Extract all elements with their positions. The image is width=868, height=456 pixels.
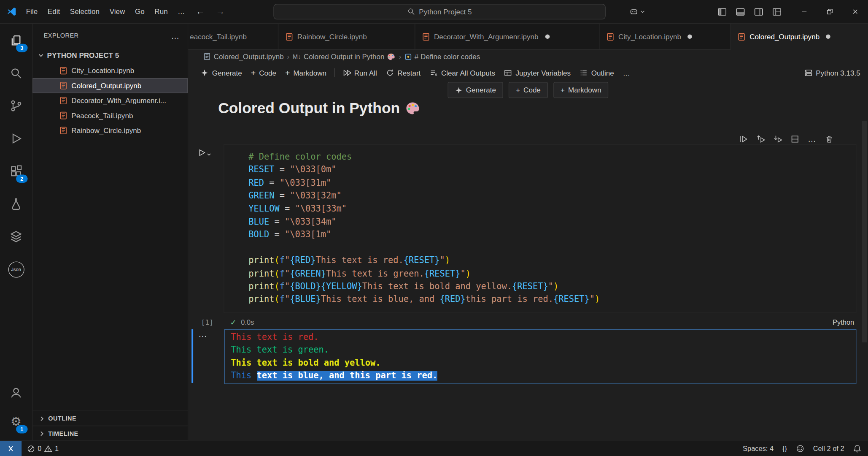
timeline-section[interactable]: TIMELINE	[32, 426, 188, 440]
code-editor[interactable]: # Define color codesRESET = "\033[0m"RED…	[224, 144, 856, 313]
jupyter-variables-button[interactable]: Jupyter Variables	[499, 65, 575, 80]
scrollbar-thumb[interactable]	[862, 121, 867, 342]
menu-file[interactable]: File	[21, 0, 43, 23]
token: print	[248, 269, 274, 279]
menu-edit[interactable]: Edit	[43, 0, 65, 23]
sidebar-item-city-location[interactable]: City_Location.ipynb	[32, 63, 188, 78]
search-activity-icon[interactable]	[3, 60, 30, 87]
layers-icon[interactable]	[3, 223, 30, 250]
outline-button[interactable]: Outline	[575, 65, 619, 80]
run-debug-icon[interactable]	[3, 125, 30, 152]
generate-button[interactable]: Generate	[196, 65, 247, 80]
insert-code-label: Code	[523, 86, 541, 94]
delete-cell-icon[interactable]	[825, 134, 834, 143]
restart-button[interactable]: Restart	[381, 65, 425, 80]
run-below-icon[interactable]	[774, 134, 782, 143]
extensions-badge: 2	[16, 174, 28, 183]
generate-button-hover[interactable]: Generate	[448, 82, 504, 98]
clear-all-outputs-button[interactable]: Clear All Outputs	[425, 65, 500, 80]
problems-indicator[interactable]: 0 1	[22, 445, 64, 452]
smiley-icon	[796, 445, 804, 453]
braces-indicator[interactable]: {}	[778, 445, 792, 452]
insert-code-cell-button[interactable]: + Code	[509, 82, 548, 98]
sidebar-item-decorator[interactable]: Decorator_With_Argumenr.i...	[32, 93, 188, 108]
sidebar-item-peacock-tail[interactable]: Peacock_Tail.ipynb	[32, 108, 188, 123]
account-icon[interactable]	[3, 379, 30, 406]
cell-status-row: [1] ✓ 0.0s Python	[191, 315, 856, 329]
output-more-icon[interactable]: …	[198, 329, 208, 339]
toggle-sidebar-left-icon[interactable]	[717, 7, 727, 16]
chevron-right-icon	[38, 415, 46, 422]
feedback-smiley-icon[interactable]	[792, 445, 809, 453]
text-line: This text is green.	[231, 344, 856, 357]
minimize-button[interactable]	[792, 0, 817, 23]
run-by-line-icon[interactable]	[739, 134, 748, 143]
search-box[interactable]: Python Project 5	[273, 4, 606, 19]
settings-gear-icon[interactable]: ⚙ 1	[3, 408, 30, 435]
json-extension-icon[interactable]: Json	[3, 256, 30, 282]
sidebar-item-colored-output[interactable]: Colored_Output.ipynb	[32, 78, 188, 93]
toggle-panel-icon[interactable]	[736, 7, 745, 16]
split-cell-icon[interactable]	[790, 134, 799, 143]
menu-selection[interactable]: Selection	[65, 0, 105, 23]
cell-language-picker[interactable]: Python	[833, 318, 856, 326]
insert-markdown-cell-button[interactable]: + Markdown	[553, 82, 609, 98]
token: "	[285, 269, 290, 279]
output-area[interactable]: This text is red.This text is green.This…	[224, 329, 857, 384]
sidebar-bottom-sections: OUTLINE TIMELINE	[32, 411, 188, 441]
add-markdown-cell-button[interactable]: + Markdown	[280, 65, 331, 80]
run-all-button[interactable]: Run All	[338, 65, 382, 80]
menu-go[interactable]: Go	[130, 0, 149, 23]
notebook-toolbar: Generate + Code + Markdown Run All Re	[188, 63, 868, 82]
toolbar-more-icon[interactable]: …	[618, 65, 634, 80]
restore-button[interactable]	[817, 0, 842, 23]
menu-overflow-icon[interactable]: …	[173, 0, 191, 23]
outline-section[interactable]: OUTLINE	[32, 411, 188, 426]
back-icon[interactable]: ←	[191, 7, 210, 17]
explorer-more-icon[interactable]: …	[171, 31, 180, 40]
token: (	[275, 255, 280, 266]
tab-rainbow-circle[interactable]: Rainbow_Circle.ipynb	[278, 24, 415, 49]
menu-view[interactable]: View	[105, 0, 130, 23]
tab-colored-output[interactable]: Colored_Output.ipynb	[731, 24, 868, 49]
add-code-cell-button[interactable]: + Code	[246, 65, 280, 80]
breadcrumb-file[interactable]: Colored_Output.ipynb	[203, 52, 284, 61]
toggle-sidebar-right-icon[interactable]	[754, 7, 763, 16]
extensions-icon[interactable]: 2	[3, 158, 30, 185]
testing-icon[interactable]	[3, 191, 30, 217]
token: "	[590, 294, 595, 304]
customize-layout-icon[interactable]	[772, 7, 782, 16]
breadcrumb-cell[interactable]: # Define color codes	[404, 52, 480, 61]
close-button[interactable]	[843, 0, 868, 23]
forward-icon[interactable]: →	[210, 7, 230, 17]
cell-more-actions-icon[interactable]: …	[808, 134, 817, 144]
remote-indicator[interactable]	[0, 441, 22, 456]
code-cell-main: # Define color codesRESET = "\033[0m"RED…	[191, 144, 856, 313]
cell-position-indicator[interactable]: Cell 2 of 2	[809, 445, 849, 452]
token: (	[275, 294, 280, 304]
token: This text is red.	[231, 332, 318, 342]
tab-peacock-tail[interactable]: eacock_Tail.ipynb	[188, 24, 278, 49]
copilot-button[interactable]	[624, 7, 651, 16]
tab-decorator[interactable]: Decorator_With_Argumenr.ipynb	[415, 24, 599, 49]
indent-indicator[interactable]: Spaces: 4	[739, 445, 778, 452]
run-above-icon[interactable]	[756, 134, 765, 143]
token: {RESET}	[404, 255, 440, 266]
project-root-row[interactable]: PYTHON PROJECT 5	[32, 47, 188, 63]
run-cell-button[interactable]	[198, 149, 224, 157]
clear-all-icon	[429, 68, 438, 77]
sidebar-item-rainbow-circle[interactable]: Rainbow_Circle.ipynb	[32, 123, 188, 138]
kernel-picker[interactable]: Python 3.13.5	[804, 68, 860, 77]
vscode-window: File Edit Selection View Go Run … ← → Py…	[0, 0, 868, 456]
variables-icon	[504, 68, 512, 77]
token: # Define color codes	[248, 152, 352, 162]
source-control-icon[interactable]	[3, 92, 30, 119]
add-code-label: Code	[259, 68, 276, 77]
file-name: Peacock_Tail.ipynb	[71, 111, 133, 120]
sparkle-icon	[200, 68, 209, 77]
menu-run[interactable]: Run	[150, 0, 173, 23]
explorer-activity-icon[interactable]: 3	[3, 27, 30, 54]
tab-city-location[interactable]: City_Location.ipynb	[599, 24, 731, 49]
notifications-bell-icon[interactable]	[849, 445, 868, 453]
breadcrumb-section[interactable]: M↓ Colored Output in Python	[293, 52, 396, 61]
